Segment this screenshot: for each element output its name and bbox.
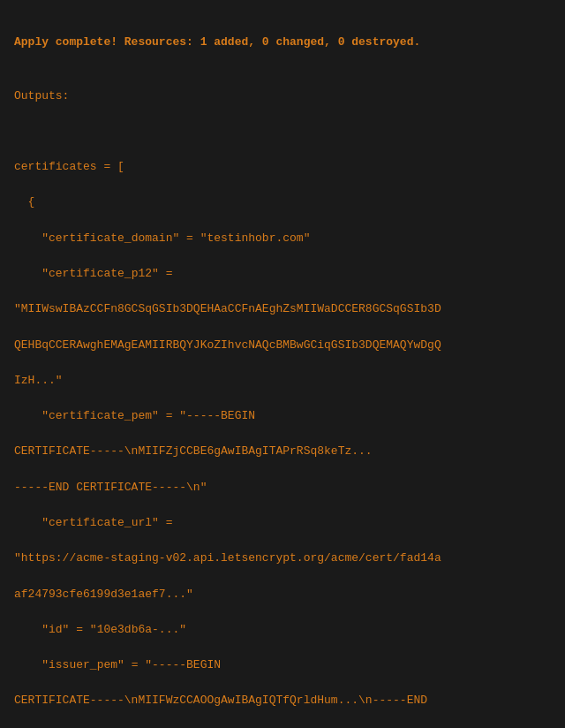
- terminal-line: "certificate_url" =: [14, 514, 551, 532]
- terminal-line: "issuer_pem" = "-----BEGIN: [14, 656, 551, 674]
- terminal-line: CERTIFICATE-----\nMIIFZjCCBE6gAwIBAgITAP…: [14, 443, 551, 460]
- terminal-line: af24793cfe6199d3e1aef7...": [14, 586, 551, 603]
- terminal-window: Apply complete! Resources: 1 added, 0 ch…: [14, 16, 551, 728]
- terminal-line: {: [14, 193, 551, 211]
- terminal-line: Apply complete! Resources: 1 added, 0 ch…: [14, 34, 551, 51]
- terminal-line: QEHBqCCERAwghEMAgEAMIIRBQYJKoZIhvcNAQcBM…: [14, 337, 551, 354]
- terminal-line: CERTIFICATE-----\nMIIFWzCCAOOgAwIBAgIQTf…: [14, 692, 551, 709]
- terminal-line: Outputs:: [14, 87, 551, 105]
- terminal-line: "certificate_p12" =: [14, 265, 551, 283]
- terminal-line: "id" = "10e3db6a-...": [14, 621, 551, 639]
- terminal-line: -----END CERTIFICATE-----\n": [14, 479, 551, 497]
- terminal-line: "MIIWswIBAzCCFn8GCSqGSIb3DQEHAaCCFnAEghZ…: [14, 300, 551, 318]
- terminal-line: IzH...": [14, 372, 551, 390]
- terminal-line: certificates = [: [14, 158, 551, 176]
- terminal-line: "certificate_domain" = "testinhobr.com": [14, 230, 551, 247]
- terminal-line: "https://acme-staging-v02.api.letsencryp…: [14, 550, 551, 567]
- terminal-line: "certificate_pem" = "-----BEGIN: [14, 407, 551, 425]
